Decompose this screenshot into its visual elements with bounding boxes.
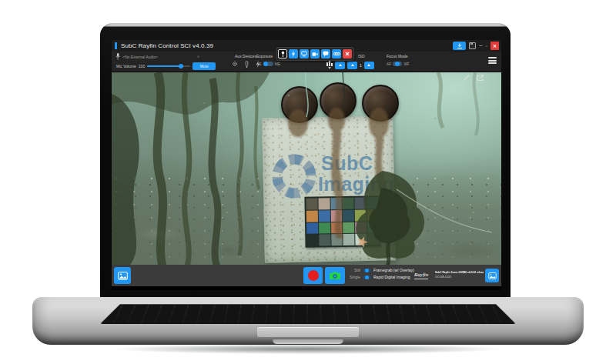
gallery-button[interactable] <box>114 267 131 284</box>
exposure-toggle-pill[interactable] <box>263 62 273 66</box>
flash-icon <box>291 51 296 57</box>
up-arrow-icon <box>351 64 354 66</box>
close-icon <box>345 52 350 56</box>
focus-toggle-pill[interactable] <box>393 62 402 66</box>
device-ip: 192.168.3.243 <box>435 275 475 279</box>
link-icon <box>333 52 340 56</box>
keyboard <box>100 304 516 324</box>
trackpad <box>257 327 359 337</box>
maximize-button[interactable]: ▫ <box>486 44 487 48</box>
open-external-icon[interactable] <box>477 74 484 82</box>
still-capture-button[interactable] <box>325 267 345 284</box>
exposure-meter-icon <box>326 61 333 69</box>
toggle-dot <box>263 62 268 66</box>
mic-volume-row: Mic Volume 100 Mute <box>116 62 216 70</box>
shutter-down-button[interactable] <box>347 62 357 69</box>
save-icon[interactable] <box>469 42 476 49</box>
video-overlay-tools <box>463 74 484 82</box>
single-rapid-toggle[interactable]: Single Rapid Digital Imaging <box>350 275 414 279</box>
video-call-icon <box>312 52 318 57</box>
shutter-up-button[interactable] <box>335 62 345 69</box>
ae-label: AE <box>256 62 262 66</box>
exposure-iso-controls: 1 <box>326 61 374 69</box>
capture-bar: Still Framegrab (w/ Overlay) Single Rapi… <box>112 265 501 286</box>
starfish <box>357 236 368 248</box>
close-button[interactable]: ✕ <box>490 42 499 50</box>
quickbar-close-button[interactable] <box>343 49 352 58</box>
iso-value: 1 <box>360 63 362 68</box>
flash-button[interactable] <box>289 49 298 58</box>
crosshair-icon[interactable] <box>232 61 238 67</box>
audio-device-value: <No External Audio> <box>122 55 158 59</box>
screen-letterbox <box>112 286 501 290</box>
toggle-pill[interactable] <box>363 269 371 272</box>
rapid-label: Rapid Digital Imaging <box>373 275 410 279</box>
mic-volume-label: Mic Volume <box>116 64 136 68</box>
chevron-down-icon: ˅ <box>197 55 199 59</box>
up-arrow-icon <box>339 64 342 66</box>
single-label: Single <box>350 275 360 279</box>
audio-device-select[interactable]: <No External Audio> ˅ <box>116 53 199 60</box>
display-button[interactable] <box>300 49 309 58</box>
laptop-shadow <box>38 343 578 359</box>
picture-icon <box>118 272 128 280</box>
slider-fill <box>147 65 180 67</box>
iso-label: ISO <box>358 54 365 58</box>
window-title: SubC Rayfin Control SCI v4.0.39 <box>121 42 213 49</box>
me-label: ME <box>275 62 281 66</box>
slider-knob[interactable] <box>179 64 183 68</box>
rayfin-control-app: SubC Rayfin Control SCI v4.0.39 − ▫ ✕ <box>112 40 501 290</box>
focus-section: Focus Mode AF MF <box>387 54 410 66</box>
download-icon <box>457 43 463 49</box>
framegrab-label: Framegrab (w/ Overlay) <box>373 268 414 272</box>
link-button[interactable] <box>332 49 341 58</box>
camera-icon <box>329 271 341 280</box>
title-accent-bar <box>115 42 117 49</box>
laptop-base <box>32 297 584 345</box>
focus-mode-toggle[interactable]: AF MF <box>387 62 410 66</box>
gallery-button-right[interactable] <box>485 269 499 282</box>
af-label: AF <box>387 62 391 66</box>
toggle-pill[interactable] <box>363 276 371 279</box>
chat-button[interactable] <box>321 49 330 58</box>
pin-button[interactable] <box>278 49 287 58</box>
focus-mode-label: Focus Mode <box>387 54 410 58</box>
toggle-dot <box>365 276 369 279</box>
underwater-video-feed: SubC Imaging <box>112 72 501 265</box>
kelp-overlay <box>112 72 501 265</box>
iso-up-button[interactable] <box>364 62 374 69</box>
picture-icon <box>488 272 497 279</box>
mic-volume-value: 100 <box>139 64 145 68</box>
still-label: Still <box>350 268 360 272</box>
device-info: SubC Rayfin Zoom #22586 v4.0.02 release … <box>435 270 484 279</box>
download-button[interactable] <box>453 42 466 50</box>
minimize-button[interactable]: − <box>479 43 483 49</box>
rayfin-brand-logo: Rayfin <box>414 272 428 279</box>
laser-icon[interactable] <box>245 61 249 68</box>
video-call-button[interactable] <box>310 49 320 58</box>
microphone-icon <box>116 53 120 60</box>
mic-volume-slider[interactable] <box>147 65 190 67</box>
mf-label: MF <box>403 62 409 66</box>
laptop-mockup: SubC Rayfin Control SCI v4.0.39 − ▫ ✕ <box>0 0 616 364</box>
window-controls: − ▫ ✕ <box>453 42 499 50</box>
pin-icon <box>280 51 286 57</box>
chat-icon <box>323 51 329 57</box>
menu-button[interactable] <box>488 57 497 64</box>
exposure-mode-toggle[interactable]: AE ME <box>256 62 280 66</box>
record-icon <box>308 270 319 281</box>
capture-mode-toggles: Still Framegrab (w/ Overlay) Single Rapi… <box>350 268 414 279</box>
floating-quickbar <box>276 47 354 61</box>
mute-button[interactable]: Mute <box>192 62 216 70</box>
laptop-screen: SubC Rayfin Control SCI v4.0.39 − ▫ ✕ <box>112 40 501 290</box>
annotate-pen-icon[interactable] <box>463 74 470 82</box>
record-button[interactable] <box>303 267 323 284</box>
still-framegrab-toggle[interactable]: Still Framegrab (w/ Overlay) <box>350 268 414 272</box>
up-arrow-icon <box>367 64 370 66</box>
toggle-dot <box>365 269 369 272</box>
laptop-lid: SubC Rayfin Control SCI v4.0.39 − ▫ ✕ <box>100 23 511 300</box>
toggle-dot <box>395 62 400 66</box>
display-icon <box>301 51 307 57</box>
